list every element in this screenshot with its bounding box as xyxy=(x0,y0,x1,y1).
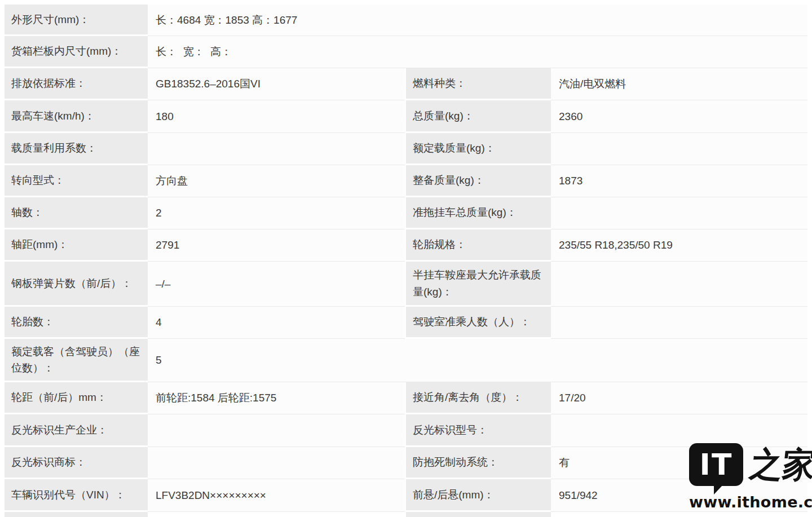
row-value: 235/55 R18,235/50 R19 xyxy=(551,229,807,262)
row-value: 2360 xyxy=(551,100,807,133)
row-label: 轴距(mm)： xyxy=(5,229,148,262)
ithome-logo: IT 之家 xyxy=(689,443,809,486)
row-value: LFV3B2DN××××××××× xyxy=(148,479,405,512)
row-label: 车辆识别代号（VIN）： xyxy=(5,479,148,512)
row-label: 额定载质量(kg)： xyxy=(405,133,551,165)
row-label xyxy=(405,512,551,517)
row-label: 前悬/后悬(mm)： xyxy=(405,479,551,512)
table-row: 转向型式： 方向盘 整备质量(kg)： 1873 xyxy=(5,165,807,197)
vehicle-spec-table: 外形尺寸(mm)： 长：4684 宽：1853 高：1677 货箱栏板内尺寸(m… xyxy=(5,5,807,517)
ithome-brand-characters: 之家 xyxy=(748,442,812,487)
row-label: 驾驶室准乘人数（人）： xyxy=(405,307,551,339)
row-value: GB18352.6–2016国VI xyxy=(148,68,405,100)
row-value: 2791 xyxy=(148,229,405,262)
row-label: 额定载客（含驾驶员）（座位数）： xyxy=(5,339,148,382)
row-value xyxy=(148,512,405,517)
row-value: 4 xyxy=(148,307,405,339)
table-row: 反光标识生产企业： 反光标识型号： xyxy=(5,414,807,447)
row-label: 货箱栏板内尺寸(mm)： xyxy=(5,36,148,68)
row-label: 准拖挂车总质量(kg)： xyxy=(405,197,551,229)
row-label: 整备质量(kg)： xyxy=(405,165,551,197)
row-label: 反光标识生产企业： xyxy=(5,414,148,447)
table-row: 轮胎数： 4 驾驶室准乘人数（人）： xyxy=(5,307,807,339)
row-value xyxy=(148,447,405,479)
table-row: 反光标识商标： 防抱死制动系统： 有 xyxy=(5,447,807,479)
row-label: 总质量(kg)： xyxy=(405,100,551,133)
row-label: 轮距（前/后）mm： xyxy=(5,382,148,414)
row-label: 轮胎数： xyxy=(5,307,148,339)
row-value: –/– xyxy=(148,262,405,307)
row-label: 燃料种类： xyxy=(405,68,551,100)
table-row: 钢板弹簧片数（前/后）： –/– 半挂车鞍座最大允许承载质量(kg)： xyxy=(5,262,807,307)
row-value: 长： 宽： 高： xyxy=(148,36,807,68)
ithome-url-text: www.ithome.com xyxy=(689,493,809,511)
row-value xyxy=(551,307,807,339)
row-value xyxy=(551,262,807,307)
row-label: 轮胎规格： xyxy=(405,229,551,262)
table-row: 外形尺寸(mm)： 长：4684 宽：1853 高：1677 xyxy=(5,5,807,36)
table-row: 轴距(mm)： 2791 轮胎规格： 235/55 R18,235/50 R19 xyxy=(5,229,807,262)
table-row: 轮距（前/后）mm： 前轮距:1584 后轮距:1575 接近角/离去角（度）：… xyxy=(5,382,807,414)
table-row: 最高车速(km/h)： 180 总质量(kg)： 2360 xyxy=(5,100,807,133)
table-row: 额定载客（含驾驶员）（座位数）： 5 xyxy=(5,339,807,382)
row-value: 方向盘 xyxy=(148,165,405,197)
ithome-logo-it-text: IT xyxy=(700,450,733,479)
row-label: 载质量利用系数： xyxy=(5,133,148,165)
row-value: 5 xyxy=(148,339,807,382)
row-value xyxy=(551,197,807,229)
table-row-cutoff xyxy=(5,512,807,517)
row-label: 排放依据标准： xyxy=(5,68,148,100)
table-row: 车辆识别代号（VIN）： LFV3B2DN××××××××× 前悬/后悬(mm)… xyxy=(5,479,807,512)
table-row: 排放依据标准： GB18352.6–2016国VI 燃料种类： 汽油/电双燃料 xyxy=(5,68,807,100)
row-value: 长：4684 宽：1853 高：1677 xyxy=(148,5,807,36)
row-value: 1873 xyxy=(551,165,807,197)
speech-bubble-tail xyxy=(714,485,723,494)
row-value xyxy=(148,414,405,447)
row-value: 汽油/电双燃料 xyxy=(551,68,807,100)
row-value: 2 xyxy=(148,197,405,229)
row-label: 轴数： xyxy=(5,197,148,229)
row-label: 接近角/离去角（度）： xyxy=(405,382,551,414)
row-label: 反光标识商标： xyxy=(5,447,148,479)
row-value: 前轮距:1584 后轮距:1575 xyxy=(148,382,405,414)
row-value xyxy=(551,512,807,517)
row-label: 钢板弹簧片数（前/后）： xyxy=(5,262,148,307)
table-row: 货箱栏板内尺寸(mm)： 长： 宽： 高： xyxy=(5,36,807,68)
row-label: 外形尺寸(mm)： xyxy=(5,5,148,36)
row-value xyxy=(148,133,405,165)
row-value xyxy=(551,133,807,165)
row-value: 180 xyxy=(148,100,405,133)
row-label: 防抱死制动系统： xyxy=(405,447,551,479)
row-label: 最高车速(km/h)： xyxy=(5,100,148,133)
row-value: 17/20 xyxy=(551,382,807,414)
row-label: 反光标识型号： xyxy=(405,414,551,447)
row-label: 半挂车鞍座最大允许承载质量(kg)： xyxy=(405,262,551,307)
table-row: 载质量利用系数： 额定载质量(kg)： xyxy=(5,133,807,165)
ithome-watermark: IT 之家 www.ithome.com xyxy=(689,443,809,511)
table-row: 轴数： 2 准拖挂车总质量(kg)： xyxy=(5,197,807,229)
ithome-speech-bubble-icon: IT xyxy=(689,443,743,486)
row-label xyxy=(5,512,148,517)
row-label: 转向型式： xyxy=(5,165,148,197)
